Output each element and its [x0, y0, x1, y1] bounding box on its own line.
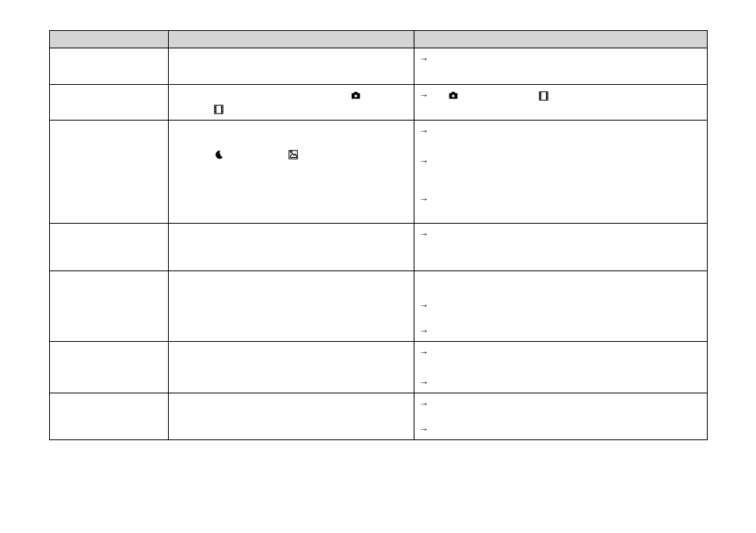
arrow-icon: → — [419, 155, 429, 167]
camera-icon — [350, 90, 361, 102]
arrow-icon: → — [419, 194, 429, 205]
arrow-icon: → — [419, 398, 429, 409]
arrow-icon: → — [419, 90, 429, 101]
cell-cause — [169, 223, 414, 270]
table-header-2 — [169, 31, 414, 48]
cell-cause — [169, 85, 414, 121]
arrow-icon: → — [419, 300, 429, 311]
arrow-icon: → — [419, 228, 429, 240]
image-icon — [288, 149, 299, 160]
cell-solution: → — [414, 85, 708, 121]
cell-symptom — [50, 223, 169, 270]
cell-symptom — [50, 48, 169, 85]
arrow-icon: → — [419, 377, 429, 388]
cell-symptom — [50, 341, 169, 393]
cell-cause — [169, 270, 414, 341]
arrow-icon: → — [419, 125, 429, 136]
camera-icon — [448, 90, 459, 102]
arrow-icon: → — [419, 347, 429, 358]
cell-solution: → — [414, 223, 708, 270]
cell-solution: → → — [414, 270, 708, 341]
cell-cause — [169, 48, 414, 85]
arrow-icon: → — [419, 325, 429, 336]
film-icon — [213, 104, 224, 115]
table-row: → → — [50, 341, 708, 393]
cell-solution: → → — [414, 341, 708, 393]
arrow-icon: → — [419, 424, 429, 435]
table-row: → — [50, 85, 708, 121]
cell-symptom — [50, 85, 169, 121]
arrow-icon: → — [419, 53, 429, 64]
cell-symptom — [50, 393, 169, 439]
cell-cause — [169, 393, 414, 439]
cell-solution: → — [414, 48, 708, 85]
table-row: → — [50, 48, 708, 85]
cell-cause — [169, 120, 414, 223]
table-header-1 — [50, 31, 169, 48]
cell-solution: → → → — [414, 120, 708, 223]
table-row: → → — [50, 270, 708, 341]
table-header-row — [50, 31, 708, 48]
table-row: → — [50, 223, 708, 270]
cell-symptom — [50, 120, 169, 223]
table-header-3 — [414, 31, 708, 48]
cell-solution: → → — [414, 393, 708, 439]
troubleshooting-table: → → — [49, 30, 708, 440]
table-row: → → → — [50, 120, 708, 223]
film-icon — [538, 90, 549, 102]
moon-icon — [213, 149, 224, 160]
cell-cause — [169, 341, 414, 393]
cell-symptom — [50, 270, 169, 341]
table-row: → → — [50, 393, 708, 439]
